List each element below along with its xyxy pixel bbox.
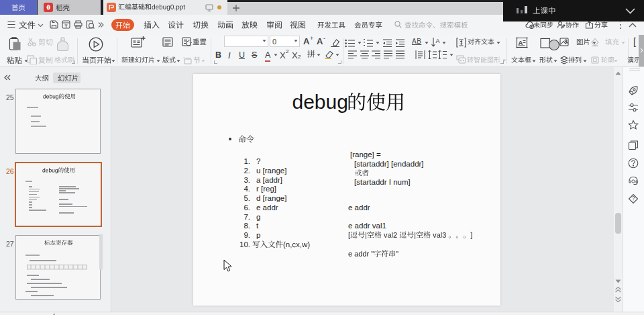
svg-text:A: A	[519, 39, 523, 46]
svg-text:A: A	[436, 38, 440, 44]
